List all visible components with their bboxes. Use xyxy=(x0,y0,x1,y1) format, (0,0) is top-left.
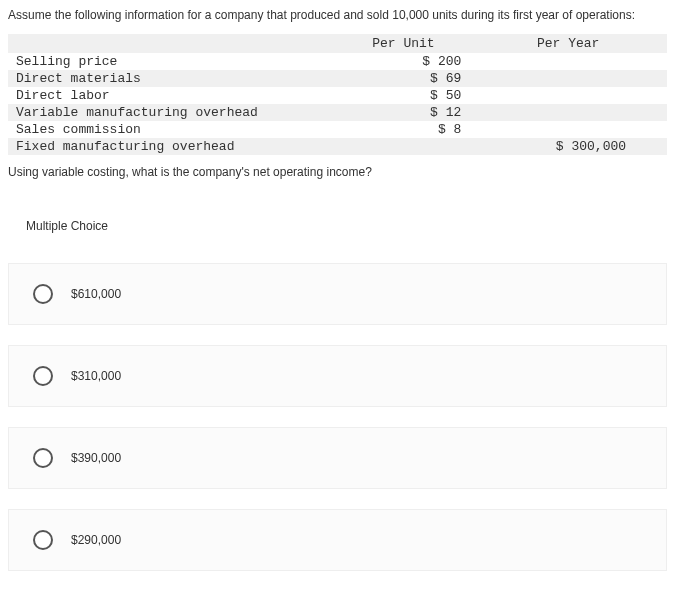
row-label: Direct labor xyxy=(8,87,338,104)
row-year xyxy=(502,104,634,121)
radio-icon[interactable] xyxy=(33,366,53,386)
choice-label: $290,000 xyxy=(71,533,121,547)
radio-icon[interactable] xyxy=(33,284,53,304)
choice-option[interactable]: $610,000 xyxy=(8,263,667,325)
data-table: Per Unit Per Year Selling price $ 200 Di… xyxy=(8,34,667,155)
table-header-spacer xyxy=(469,34,502,53)
row-unit xyxy=(338,138,470,155)
row-label: Variable manufacturing overhead xyxy=(8,104,338,121)
radio-icon[interactable] xyxy=(33,448,53,468)
row-label: Selling price xyxy=(8,53,338,70)
table-header-per-unit: Per Unit xyxy=(338,34,470,53)
row-unit: $ 69 xyxy=(338,70,470,87)
choice-option[interactable]: $290,000 xyxy=(8,509,667,571)
problem-intro: Assume the following information for a c… xyxy=(8,8,667,22)
row-year xyxy=(502,70,634,87)
row-unit: $ 200 xyxy=(338,53,470,70)
multiple-choice-heading: Multiple Choice xyxy=(8,219,667,233)
choice-label: $610,000 xyxy=(71,287,121,301)
row-unit: $ 50 xyxy=(338,87,470,104)
row-unit: $ 12 xyxy=(338,104,470,121)
table-header-per-year: Per Year xyxy=(502,34,634,53)
radio-icon[interactable] xyxy=(33,530,53,550)
choice-label: $390,000 xyxy=(71,451,121,465)
row-year xyxy=(502,53,634,70)
row-label: Fixed manufacturing overhead xyxy=(8,138,338,155)
row-label: Sales commission xyxy=(8,121,338,138)
choice-label: $310,000 xyxy=(71,369,121,383)
choice-option[interactable]: $310,000 xyxy=(8,345,667,407)
table-header-spacer2 xyxy=(634,34,667,53)
choice-option[interactable]: $390,000 xyxy=(8,427,667,489)
row-label: Direct materials xyxy=(8,70,338,87)
question-text: Using variable costing, what is the comp… xyxy=(8,165,667,179)
row-year xyxy=(502,87,634,104)
row-unit: $ 8 xyxy=(338,121,470,138)
table-header-blank xyxy=(8,34,338,53)
row-year: $ 300,000 xyxy=(502,138,634,155)
row-year xyxy=(502,121,634,138)
